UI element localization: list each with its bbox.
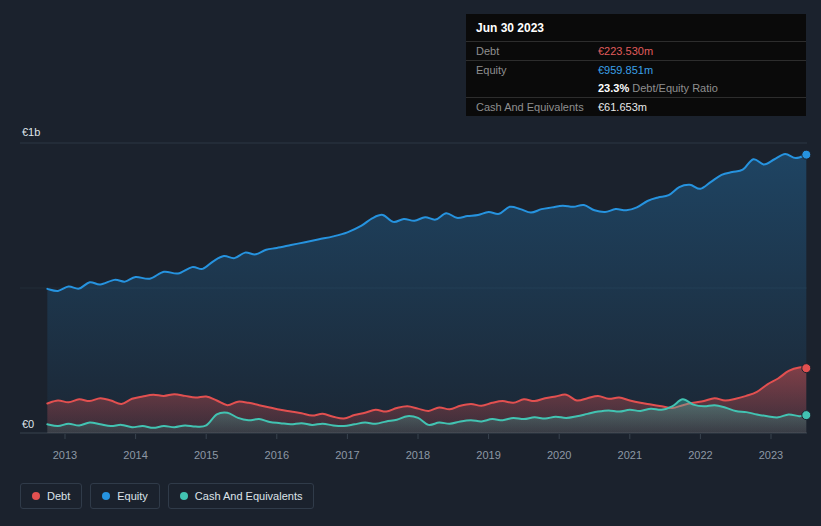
equity-dot-icon — [102, 492, 110, 500]
tooltip-ratio-label: Debt/Equity Ratio — [629, 82, 718, 94]
svg-text:2020: 2020 — [547, 449, 571, 461]
debt-equity-history-chart: 2013201420152016201720182019202020212022… — [0, 0, 821, 526]
svg-text:2013: 2013 — [53, 449, 77, 461]
svg-text:2015: 2015 — [194, 449, 218, 461]
chart-legend: Debt Equity Cash And Equivalents — [20, 483, 314, 509]
legend-equity-label: Equity — [117, 490, 148, 502]
legend-item-debt[interactable]: Debt — [20, 483, 82, 509]
tooltip-equity-value: €959.851m — [598, 64, 796, 76]
legend-item-cash[interactable]: Cash And Equivalents — [168, 483, 315, 509]
legend-cash-label: Cash And Equivalents — [195, 490, 303, 502]
svg-text:€1b: €1b — [22, 126, 40, 138]
legend-item-equity[interactable]: Equity — [90, 483, 160, 509]
chart-tooltip: Jun 30 2023 Debt €223.530m Equity €959.8… — [466, 14, 806, 116]
svg-text:2021: 2021 — [618, 449, 642, 461]
tooltip-equity-label: Equity — [476, 64, 598, 76]
svg-text:2017: 2017 — [335, 449, 359, 461]
debt-dot-icon — [32, 492, 40, 500]
tooltip-debt-value: €223.530m — [598, 45, 796, 57]
tooltip-equity-row: Equity €959.851m — [466, 60, 806, 79]
tooltip-cash-row: Cash And Equivalents €61.653m — [466, 97, 806, 116]
svg-text:2023: 2023 — [759, 449, 783, 461]
tooltip-debt-label: Debt — [476, 45, 598, 57]
tooltip-cash-value: €61.653m — [598, 101, 796, 113]
svg-text:2019: 2019 — [476, 449, 500, 461]
tooltip-cash-label: Cash And Equivalents — [476, 101, 598, 113]
legend-debt-label: Debt — [47, 490, 70, 502]
svg-text:2016: 2016 — [265, 449, 289, 461]
svg-text:2018: 2018 — [406, 449, 430, 461]
svg-text:€0: €0 — [22, 418, 34, 430]
cash-dot-icon — [180, 492, 188, 500]
tooltip-debt-row: Debt €223.530m — [466, 41, 806, 60]
tooltip-date: Jun 30 2023 — [466, 14, 806, 41]
tooltip-ratio-value: 23.3% — [598, 82, 629, 94]
tooltip-ratio-row: 23.3% Debt/Equity Ratio — [466, 79, 806, 97]
svg-text:2014: 2014 — [123, 449, 147, 461]
svg-text:2022: 2022 — [688, 449, 712, 461]
